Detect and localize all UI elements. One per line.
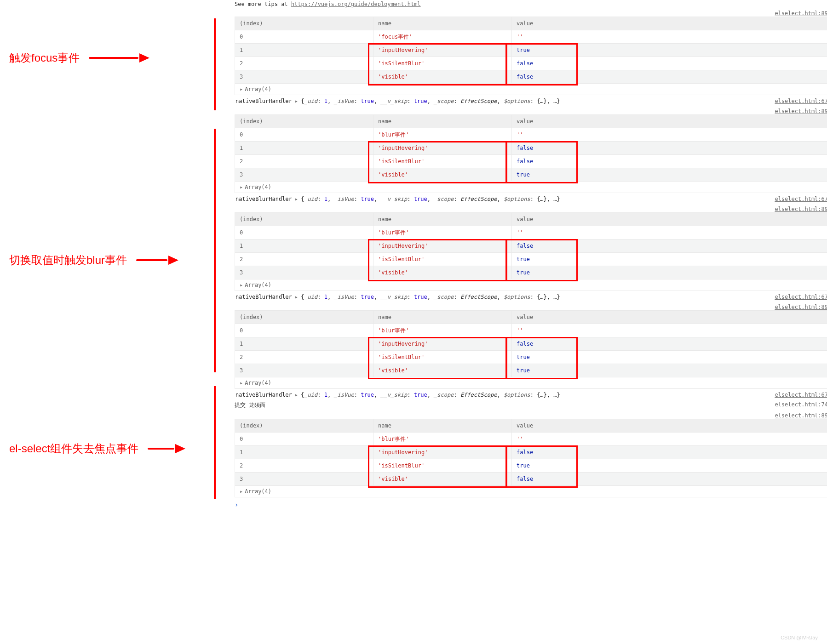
th-index: (index) [235, 17, 373, 30]
table-row: 1'inputHovering'false [235, 446, 827, 459]
table-row: 3'visible'false [235, 70, 827, 84]
table-row: 0'blur事件''' [235, 324, 827, 337]
table-row: 1'inputHovering'false [235, 337, 827, 351]
th-index: (index) [235, 419, 373, 433]
source-link[interactable]: elselect.html:89 [775, 108, 827, 114]
annotation-column: 触发focus事件 切换取值时触发blur事件 el-select组件失去焦点事… [9, 0, 214, 508]
console-table: (index)namevalue0'blur事件'''1'inputHoveri… [235, 310, 827, 377]
bracket-line [214, 18, 216, 110]
console-object-line[interactable]: nativeBlurHandler▸{_uid: 1, _isVue: true… [235, 291, 827, 302]
th-index: (index) [235, 311, 373, 324]
th-value: value [512, 311, 827, 324]
console-text-line: 提交 龙须面elselect.html:74 [235, 400, 827, 410]
table-row: 2'isSilentBlur'false [235, 155, 827, 168]
tip-link[interactable]: https://vuejs.org/guide/deployment.html [291, 1, 421, 7]
table-row: 0'blur事件''' [235, 128, 827, 142]
th-name: name [373, 311, 512, 324]
annot-focus-label: 触发focus事件 [9, 51, 80, 65]
source-link[interactable]: elselect.html:89 [775, 304, 827, 310]
table-row: 0'focus事件''' [235, 30, 827, 44]
array-summary[interactable]: ▸Array(4) [235, 182, 827, 193]
array-summary[interactable]: ▸Array(4) [235, 377, 827, 389]
console-object-line[interactable]: nativeBlurHandler▸{_uid: 1, _isVue: true… [235, 389, 827, 400]
table-row: 2'isSilentBlur'true [235, 459, 827, 473]
console-table: (index)namevalue0'blur事件'''1'inputHoveri… [235, 419, 827, 486]
th-index: (index) [235, 213, 373, 226]
table-row: 2'isSilentBlur'true [235, 351, 827, 364]
array-summary[interactable]: ▸Array(4) [235, 84, 827, 95]
th-name: name [373, 17, 512, 30]
table-row: 1'inputHovering'false [235, 239, 827, 253]
console-prompt[interactable]: › [235, 501, 827, 508]
source-link[interactable]: elselect.html:89 [775, 10, 827, 17]
table-row: 0'blur事件''' [235, 226, 827, 239]
table-row: 3'visible'false [235, 473, 827, 486]
bracket-line [214, 129, 216, 372]
table-row: 3'visible'true [235, 266, 827, 279]
tip-text: See more tips at https://vuejs.org/guide… [235, 0, 827, 8]
array-summary[interactable]: ▸Array(4) [235, 486, 827, 497]
table-row: 1'inputHovering'true [235, 44, 827, 57]
th-value: value [512, 213, 827, 226]
th-name: name [373, 115, 512, 128]
devtools-console: See more tips at https://vuejs.org/guide… [235, 0, 827, 508]
table-row: 0'blur事件''' [235, 433, 827, 446]
table-row: 2'isSilentBlur'true [235, 253, 827, 266]
annot-lose-focus-label: el-select组件失去焦点事件 [9, 441, 138, 456]
array-summary[interactable]: ▸Array(4) [235, 279, 827, 291]
th-index: (index) [235, 115, 373, 128]
bracket-line [214, 386, 216, 499]
th-value: value [512, 17, 827, 30]
annot-blur-switch-label: 切换取值时触发blur事件 [9, 253, 127, 268]
source-link[interactable]: elselect.html:89 [775, 206, 827, 212]
source-link[interactable]: elselect.html:67 [775, 294, 827, 300]
source-link[interactable]: elselect.html:67 [775, 98, 827, 104]
source-link[interactable]: elselect.html:74 [775, 401, 827, 408]
table-row: 1'inputHovering'false [235, 142, 827, 155]
source-link[interactable]: elselect.html:67 [775, 196, 827, 202]
th-value: value [512, 115, 827, 128]
th-name: name [373, 419, 512, 433]
table-row: 3'visible'true [235, 364, 827, 377]
console-table: (index)namevalue0'blur事件'''1'inputHoveri… [235, 212, 827, 279]
table-row: 3'visible'true [235, 168, 827, 182]
th-name: name [373, 213, 512, 226]
source-link[interactable]: elselect.html:89 [775, 412, 827, 419]
console-table: (index)namevalue0'focus事件'''1'inputHover… [235, 17, 827, 84]
th-value: value [512, 419, 827, 433]
console-object-line[interactable]: nativeBlurHandler▸{_uid: 1, _isVue: true… [235, 95, 827, 106]
console-table: (index)namevalue0'blur事件'''1'inputHoveri… [235, 114, 827, 182]
console-object-line[interactable]: nativeBlurHandler▸{_uid: 1, _isVue: true… [235, 193, 827, 204]
source-link[interactable]: elselect.html:67 [775, 392, 827, 398]
table-row: 2'isSilentBlur'false [235, 57, 827, 70]
